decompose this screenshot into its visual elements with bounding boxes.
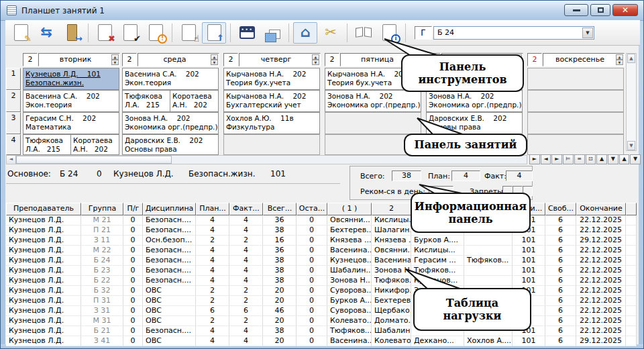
load-table-row[interactable]: Кузнецов Л.Д.П 210Безопасн....44380Бехте… bbox=[6, 226, 637, 236]
title-bar: Планшет занятий 1 ✕ bbox=[1, 1, 643, 21]
open-book-button[interactable] bbox=[352, 22, 376, 44]
scroll-left-icon[interactable]: ◄ bbox=[7, 156, 16, 164]
calendar-button[interactable]: ∙∙∙ bbox=[235, 22, 259, 44]
raise-lesson-button[interactable]: ↑ bbox=[202, 22, 226, 44]
cell: 2 bbox=[196, 286, 229, 296]
cell: 6 bbox=[545, 246, 576, 256]
load-table-row[interactable]: Кузнецов Л.Д.З 310ОВС66460Суворова...Щер… bbox=[6, 306, 637, 316]
load-table-row[interactable]: Кузнецов Л.Д.П 310ОВС22200Бурков А....Бе… bbox=[6, 296, 637, 306]
schedule-cell[interactable]: Герасим С.Н. 202 Математика bbox=[23, 112, 119, 134]
schedule-cell[interactable]: Тюфякова Л.А. 215 bbox=[23, 134, 71, 155]
nav-button-4[interactable]: ⊨ bbox=[563, 154, 574, 164]
scroll-down-icon[interactable]: ▼ bbox=[627, 141, 635, 150]
nav-button-5[interactable]: ≡ bbox=[574, 154, 585, 164]
spinner-down-button[interactable]: ▼ bbox=[111, 60, 119, 65]
cell: Колевато... bbox=[372, 336, 411, 346]
nav-button-2[interactable]: ◄ bbox=[541, 154, 551, 164]
schedule-cell[interactable]: Зонова Н.А. 202 Экономика орг.(предпр.) bbox=[426, 90, 523, 112]
schedule-cell-empty[interactable] bbox=[527, 134, 624, 155]
delete-lesson-button[interactable]: ✖ bbox=[93, 22, 117, 44]
column-header[interactable] bbox=[626, 203, 637, 215]
home-button[interactable]: ⌂ bbox=[293, 22, 317, 44]
nav-button-7[interactable]: ▲ bbox=[596, 154, 607, 164]
pick-lesson-button[interactable]: ☝ bbox=[176, 22, 201, 44]
schedule-cell[interactable]: Кузнецов Л.Д. 101 Безопасн.жизн. bbox=[23, 68, 119, 90]
schedule-vertical-scrollbar[interactable]: ▲▼ bbox=[626, 53, 637, 151]
schedule-cell[interactable]: Васенина С.А. 202 Экон.теория bbox=[23, 90, 119, 112]
schedule-cell[interactable]: Васенина С.А. 202 Экон.теория bbox=[122, 68, 219, 90]
column-header[interactable]: Оста... bbox=[297, 203, 327, 215]
maximize-button[interactable] bbox=[590, 4, 610, 16]
nav-button-8[interactable]: ▼ bbox=[608, 154, 619, 164]
column-header[interactable]: ( 1 ) bbox=[327, 203, 372, 215]
spinner-down-button[interactable]: ▼ bbox=[211, 60, 218, 65]
exit-door-button[interactable]: ↪ bbox=[60, 22, 84, 44]
schedule-cell-empty[interactable] bbox=[527, 68, 624, 90]
spinner-down-button[interactable]: ▼ bbox=[312, 60, 319, 65]
schedule-cell[interactable]: Даровских Е.В. 202 Основы права bbox=[122, 134, 219, 155]
scroll-up-icon[interactable]: ▲ bbox=[627, 54, 635, 63]
cell: 0 bbox=[297, 226, 327, 236]
schedule-cell[interactable]: Кырчанова Н.А. 202 Бухгалтерский учет bbox=[223, 90, 320, 112]
schedule-cell[interactable]: Коротаева А.Н. 202 bbox=[170, 90, 219, 112]
schedule-cell-empty[interactable] bbox=[325, 112, 421, 134]
column-header[interactable]: Группа bbox=[81, 203, 123, 215]
copy-sheets-button[interactable] bbox=[260, 22, 284, 44]
schedule-cell[interactable]: Хохлов А.Ю. 11в Физкультура bbox=[223, 112, 320, 134]
load-table-row[interactable]: Кузнецов Л.Д.Б 230Безопасн....44380Шабал… bbox=[6, 266, 637, 276]
nav-button-3[interactable]: ► bbox=[551, 154, 562, 164]
spinner-up-button[interactable]: ▲ bbox=[616, 54, 623, 60]
swap-lessons-button[interactable]: ⇆ bbox=[34, 22, 58, 44]
schedule-cell-empty[interactable] bbox=[527, 90, 624, 112]
column-header[interactable]: Преподаватель bbox=[6, 203, 81, 215]
schedule-cell-empty[interactable] bbox=[223, 134, 320, 155]
column-header[interactable]: План... bbox=[196, 203, 229, 215]
spinner-down-button[interactable]: ▼ bbox=[616, 60, 623, 65]
cell: Тюфяков... bbox=[464, 256, 513, 266]
schedule-cell[interactable]: Зонова Н.А. 202 Экономика орг.(предпр.) bbox=[325, 90, 421, 112]
column-header[interactable]: Своб... bbox=[545, 203, 576, 215]
column-header[interactable]: Дисциплина bbox=[143, 203, 196, 215]
load-table-row[interactable]: Кузнецов Л.Д.З 110Осн.безоп...22160Князе… bbox=[6, 236, 637, 246]
chevron-down-icon[interactable]: ▼ bbox=[582, 28, 593, 38]
load-table-row[interactable]: Кузнецов Л.Д.М 310ОВС22200Колевато...Дол… bbox=[6, 316, 637, 326]
spinner-up-button[interactable]: ▲ bbox=[211, 54, 218, 60]
cell: Безопасн.... bbox=[143, 215, 196, 226]
cell: 0 bbox=[297, 336, 327, 346]
schedule-cell[interactable]: Зонова Н.А. 202 Экономика орг.(предпр.) bbox=[122, 112, 219, 134]
column-header[interactable]: 2 bbox=[372, 203, 411, 215]
schedule-cell[interactable]: Даровских Е.В. 202 Основы права bbox=[426, 112, 523, 134]
load-table-row[interactable]: Кузнецов Л.Д.Б 240Безопасн....44380Кузне… bbox=[6, 256, 637, 266]
nav-button-9[interactable]: ▲ bbox=[619, 154, 630, 164]
close-button[interactable]: ✕ bbox=[612, 4, 638, 16]
load-table-row[interactable]: Кузнецов Л.Д.М 210Безопасн....44360Овсян… bbox=[6, 215, 637, 226]
nav-button-10[interactable]: ▼ bbox=[630, 154, 641, 164]
warning-lesson-button[interactable]: ! bbox=[144, 22, 168, 44]
spinner-up-button[interactable]: ▲ bbox=[111, 54, 119, 60]
schedule-cell-empty[interactable] bbox=[527, 112, 624, 134]
load-table-row[interactable]: Кузнецов Л.Д.З 410ОВС44200Васенина...Кол… bbox=[6, 336, 637, 346]
column-header[interactable]: Факт... bbox=[229, 203, 263, 215]
scrollbar-thumb[interactable] bbox=[16, 156, 172, 164]
group-combobox[interactable]: Б 24 ▼ bbox=[433, 26, 594, 40]
new-lesson-button[interactable]: ✎ bbox=[9, 22, 33, 44]
load-table-row[interactable]: Кузнецов Л.Д.М 220Безопасн....44360Васен… bbox=[6, 246, 637, 256]
nav-button-6[interactable]: ⊡ bbox=[586, 154, 596, 164]
tools-button[interactable]: ✂ bbox=[319, 22, 343, 44]
schedule-cell[interactable]: Коротаева А.Н. 202 bbox=[70, 134, 119, 155]
load-table-row[interactable]: Кузнецов Л.Д.Б 210Безопасн....44380Тюфяк… bbox=[6, 326, 637, 336]
sheet-info-button[interactable]: i bbox=[377, 22, 401, 44]
load-table-row[interactable]: Кузнецов Л.Д.Б 220Безопасн....44380Зонов… bbox=[6, 276, 637, 286]
schedule-cell[interactable]: Тюфякова Л.А. 215 bbox=[122, 90, 170, 112]
accept-lesson-button[interactable]: ✔ bbox=[118, 22, 142, 44]
cell: З 31 bbox=[81, 306, 123, 316]
load-table-row[interactable]: Кузнецов Л.Д.Б 320ОВС22200Суворова...Ник… bbox=[6, 286, 637, 296]
column-header[interactable]: П/г bbox=[123, 203, 143, 215]
column-header[interactable]: Всег... bbox=[263, 203, 297, 215]
schedule-horizontal-scrollbar[interactable]: ◄ bbox=[6, 155, 527, 164]
column-header[interactable]: Окончание bbox=[576, 203, 626, 215]
minimize-button[interactable] bbox=[564, 4, 588, 16]
schedule-cell[interactable]: Кырчанова Н.А. 202 Теория бух.учета bbox=[223, 68, 320, 90]
nav-button-1[interactable]: ► bbox=[529, 154, 540, 164]
spinner-up-button[interactable]: ▲ bbox=[312, 54, 319, 60]
